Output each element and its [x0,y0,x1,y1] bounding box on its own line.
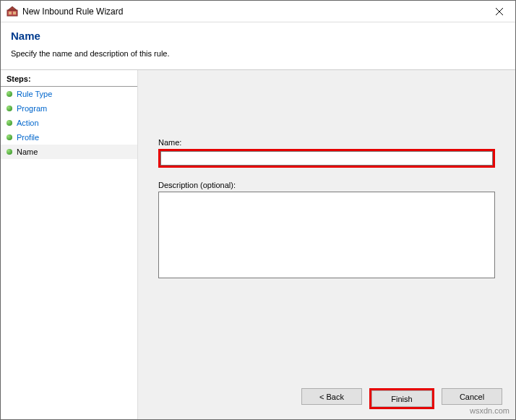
step-rule-type[interactable]: Rule Type [1,87,137,101]
app-icon [7,6,18,17]
name-highlight-box [158,149,495,168]
finish-highlight-box: Finish [369,388,434,409]
step-name[interactable]: Name [1,145,137,159]
name-label: Name: [158,138,495,147]
svg-rect-2 [13,12,16,14]
finish-button[interactable]: Finish [371,390,432,407]
steps-sidebar: Steps: Rule Type Program Action Profile … [1,70,138,419]
wizard-window: New Inbound Rule Wizard Name Specify the… [0,0,516,420]
step-action[interactable]: Action [1,116,137,130]
svg-marker-3 [8,7,17,10]
step-bullet-icon [7,149,12,155]
description-input[interactable] [158,192,495,278]
svg-rect-1 [9,12,12,14]
description-label: Description (optional): [158,181,495,189]
step-label: Program [17,104,47,113]
page-title: Name [11,30,505,42]
titlebar: New Inbound Rule Wizard [1,1,515,22]
window-title: New Inbound Rule Wizard [22,7,485,17]
close-button[interactable] [485,1,514,22]
wizard-content: Name: Description (optional): < Back Fin… [138,70,515,419]
step-bullet-icon [7,120,12,126]
back-button[interactable]: < Back [301,388,362,405]
steps-heading: Steps: [1,70,137,87]
close-icon [496,8,503,15]
wizard-body: Steps: Rule Type Program Action Profile … [1,69,515,419]
wizard-header: Name Specify the name and description of… [1,22,515,69]
step-profile[interactable]: Profile [1,130,137,145]
step-label: Name [17,147,38,156]
step-bullet-icon [7,91,12,97]
watermark: wsxdn.com [470,406,509,415]
step-label: Rule Type [17,90,52,98]
step-program[interactable]: Program [1,101,137,116]
step-bullet-icon [7,134,12,140]
step-label: Profile [17,133,39,142]
step-bullet-icon [7,106,12,111]
cancel-button[interactable]: Cancel [442,388,502,405]
step-label: Action [17,119,39,127]
page-subtitle: Specify the name and description of this… [11,49,505,58]
name-input[interactable] [160,151,493,166]
